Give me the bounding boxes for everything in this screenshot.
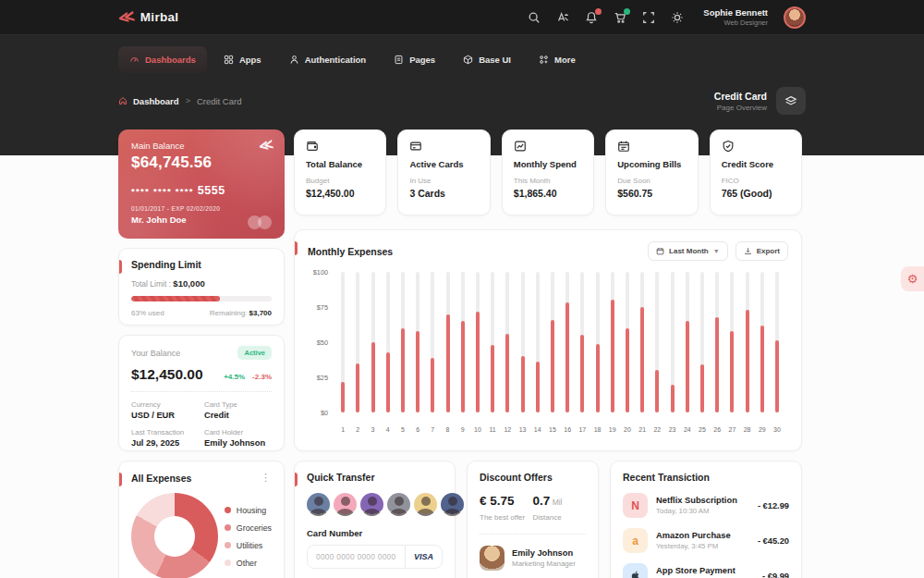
nav-item-authentication[interactable]: Authentication bbox=[278, 46, 378, 73]
spending-limit-progress bbox=[131, 296, 272, 301]
field-card-holder: Card HolderEmily Johnson bbox=[204, 428, 272, 448]
main-balance-amount: $64,745.56 bbox=[131, 154, 272, 172]
gauge-icon bbox=[129, 55, 140, 65]
transaction-row-netflix[interactable]: N Netflix Subscription Today, 10:30 AM -… bbox=[623, 493, 789, 518]
nav-item-apps[interactable]: Apps bbox=[213, 46, 273, 73]
more-icon bbox=[539, 55, 549, 65]
notifications-bell-icon[interactable] bbox=[585, 11, 598, 24]
bar bbox=[425, 272, 440, 412]
bar bbox=[470, 272, 485, 412]
visa-logo: VISA bbox=[405, 546, 442, 568]
bar bbox=[515, 272, 529, 412]
bar-chart: $100 $75 $50 $25 $0 12345678910111213141… bbox=[306, 270, 786, 435]
transaction-row-appstore[interactable]: App Store Payment July 24, 6:15 PM - €9.… bbox=[623, 563, 789, 578]
nav-item-base-ui[interactable]: Base UI bbox=[452, 46, 522, 73]
transfer-contacts bbox=[307, 493, 443, 516]
main-nav: Dashboards Apps Authentication Pages Bas… bbox=[118, 46, 806, 73]
contact-avatar[interactable] bbox=[441, 493, 464, 516]
quick-transfer-card: Quick Transfer Card Number VISA Transfer… bbox=[294, 461, 456, 578]
your-balance-label: Your Balance bbox=[131, 349, 180, 358]
transaction-row-amazon[interactable]: a Amazon Purchase Yesterday, 3:45 PM - €… bbox=[623, 528, 789, 553]
filter-dropdown[interactable]: Last Month ▼ bbox=[648, 241, 728, 261]
breadcrumb-current: Credit Card bbox=[197, 96, 242, 106]
nav-item-more[interactable]: More bbox=[528, 46, 587, 73]
layers-icon bbox=[784, 94, 797, 107]
user-name: Sophie Bennett bbox=[703, 7, 768, 18]
shield-icon bbox=[722, 140, 735, 153]
bar bbox=[605, 272, 620, 412]
legend-item: Other bbox=[225, 559, 272, 568]
bar bbox=[770, 272, 784, 412]
bar bbox=[365, 272, 380, 412]
main-balance-card[interactable]: Main Balance $64,745.56 ≪ **** **** ****… bbox=[118, 129, 285, 239]
translate-icon[interactable] bbox=[556, 11, 569, 24]
your-balance-amount: $12,450.00 bbox=[131, 366, 203, 383]
theme-sun-icon[interactable] bbox=[671, 11, 684, 24]
discount-offers-title: Discount Offers bbox=[480, 472, 586, 483]
bar bbox=[620, 272, 635, 412]
amazon-icon: a bbox=[623, 528, 648, 553]
export-button[interactable]: Export bbox=[736, 241, 788, 261]
bar bbox=[335, 272, 350, 412]
contact-avatar[interactable] bbox=[414, 493, 437, 516]
person-avatar bbox=[480, 546, 505, 571]
contact-avatar[interactable] bbox=[360, 493, 383, 516]
netflix-icon: N bbox=[623, 493, 648, 518]
cart-icon[interactable] bbox=[614, 11, 626, 24]
contact-avatar[interactable] bbox=[307, 493, 330, 516]
card-number-input[interactable] bbox=[308, 546, 405, 568]
bar bbox=[500, 272, 515, 412]
nav-item-dashboards[interactable]: Dashboards bbox=[118, 46, 207, 73]
bar bbox=[560, 272, 575, 412]
contact-avatar[interactable] bbox=[334, 493, 357, 516]
search-icon[interactable] bbox=[528, 11, 541, 24]
user-avatar[interactable] bbox=[784, 6, 806, 29]
customizer-gear-button[interactable]: ⚙ bbox=[901, 266, 924, 291]
chart-title: Monthly Expenses bbox=[308, 246, 393, 257]
best-offer-caption: The best offer bbox=[480, 513, 533, 522]
chart-plot-area bbox=[335, 272, 784, 412]
user-info[interactable]: Sophie Bennett Web Designer bbox=[703, 7, 768, 27]
stat-card-monthly-spend[interactable]: Monthly Spend This Month $1,865.40 bbox=[502, 129, 594, 215]
spending-limit-total: Total Limit : $10,000 bbox=[131, 278, 272, 289]
person-name: Emily Johnson bbox=[512, 548, 576, 558]
recent-transactions-title: Recent Transiction bbox=[623, 472, 789, 483]
legend-item: Housing bbox=[225, 506, 272, 515]
brand-name: Mirbal bbox=[140, 10, 179, 24]
person-icon bbox=[289, 55, 299, 65]
download-icon bbox=[744, 247, 752, 255]
bar bbox=[381, 272, 395, 412]
recent-transactions-card: Recent Transiction N Netflix Subscriptio… bbox=[610, 461, 802, 578]
breadcrumb-root[interactable]: Dashboard bbox=[133, 96, 179, 106]
bar bbox=[680, 272, 695, 412]
box-icon bbox=[463, 55, 473, 65]
contact-avatar[interactable] bbox=[387, 493, 410, 516]
stat-card-credit-score[interactable]: Credit Score FICO 765 (Good) bbox=[710, 129, 802, 215]
quick-transfer-title: Quick Transfer bbox=[307, 472, 443, 483]
x-axis-labels: 1234567891011121314151617181920212223242… bbox=[335, 426, 784, 433]
notification-badge bbox=[595, 8, 602, 15]
brand-logo[interactable]: ≪ Mirbal bbox=[118, 9, 178, 25]
fullscreen-icon[interactable] bbox=[642, 11, 655, 24]
stat-card-total-balance[interactable]: Total Balance Budget $12,450.00 bbox=[294, 129, 386, 215]
donut-chart bbox=[131, 493, 218, 578]
nav-item-pages[interactable]: Pages bbox=[383, 46, 446, 73]
status-badge: Active bbox=[237, 346, 272, 360]
kebab-menu-icon[interactable]: ⋮ bbox=[261, 472, 272, 484]
stat-card-active-cards[interactable]: Active Cards In Use 3 Cards bbox=[397, 129, 490, 215]
change-down: -2.3% bbox=[252, 373, 272, 381]
stat-card-upcoming-bills[interactable]: Upcoming Bills Due Soon $560.75 bbox=[605, 129, 698, 215]
legend-item: Utilities bbox=[225, 541, 272, 550]
offer-person[interactable]: Emily Johnson Marketing Manager bbox=[480, 546, 586, 571]
bar bbox=[485, 272, 500, 412]
user-role: Web Designer bbox=[703, 18, 768, 27]
page-title: Credit Card bbox=[714, 91, 767, 102]
bar bbox=[410, 272, 425, 412]
page-overview-button[interactable] bbox=[776, 87, 806, 115]
page-subtitle: Page Overview bbox=[714, 104, 767, 112]
brand-logo-icon: ≪ bbox=[117, 8, 136, 27]
bar bbox=[575, 272, 590, 412]
main-balance-label: Main Balance bbox=[131, 141, 272, 151]
chevron-down-icon: ▼ bbox=[713, 248, 720, 254]
home-icon[interactable] bbox=[118, 96, 128, 105]
